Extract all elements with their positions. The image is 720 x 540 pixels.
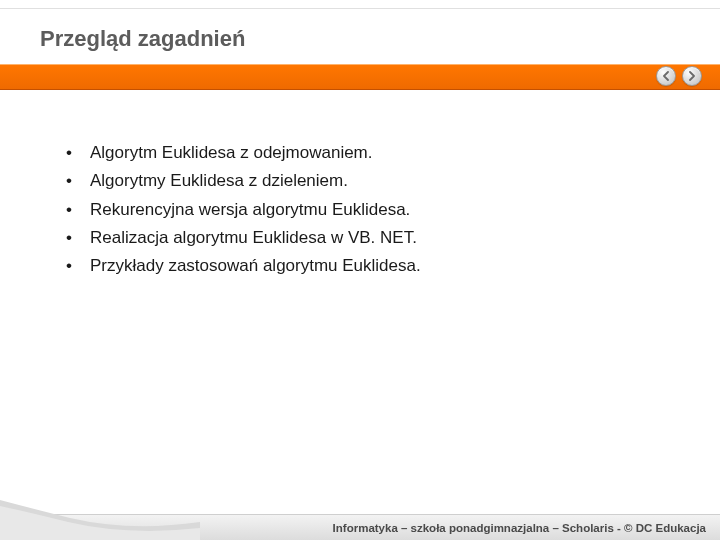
content-area: Algorytm Euklidesa z odejmowaniem. Algor… bbox=[62, 140, 660, 282]
bullet-list: Algorytm Euklidesa z odejmowaniem. Algor… bbox=[62, 140, 660, 280]
list-item: Algorytm Euklidesa z odejmowaniem. bbox=[62, 140, 660, 166]
title-area: Przegląd zagadnień bbox=[40, 26, 680, 52]
list-item: Przykłady zastosowań algorytmu Euklidesa… bbox=[62, 253, 660, 279]
list-item: Realizacja algorytmu Euklidesa w VB. NET… bbox=[62, 225, 660, 251]
list-item: Rekurencyjna wersja algorytmu Euklidesa. bbox=[62, 197, 660, 223]
page-title: Przegląd zagadnień bbox=[40, 26, 680, 52]
footer-text: Informatyka – szkoła ponadgimnazjalna – … bbox=[333, 522, 706, 534]
accent-bar bbox=[0, 64, 720, 90]
prev-button[interactable] bbox=[656, 66, 676, 86]
list-item: Algorytmy Euklidesa z dzieleniem. bbox=[62, 168, 660, 194]
top-divider bbox=[0, 8, 720, 9]
nav-buttons bbox=[656, 66, 702, 86]
chevron-left-icon bbox=[662, 71, 670, 81]
slide: Przegląd zagadnień Algorytm Euklidesa z … bbox=[0, 0, 720, 540]
next-button[interactable] bbox=[682, 66, 702, 86]
chevron-right-icon bbox=[688, 71, 696, 81]
